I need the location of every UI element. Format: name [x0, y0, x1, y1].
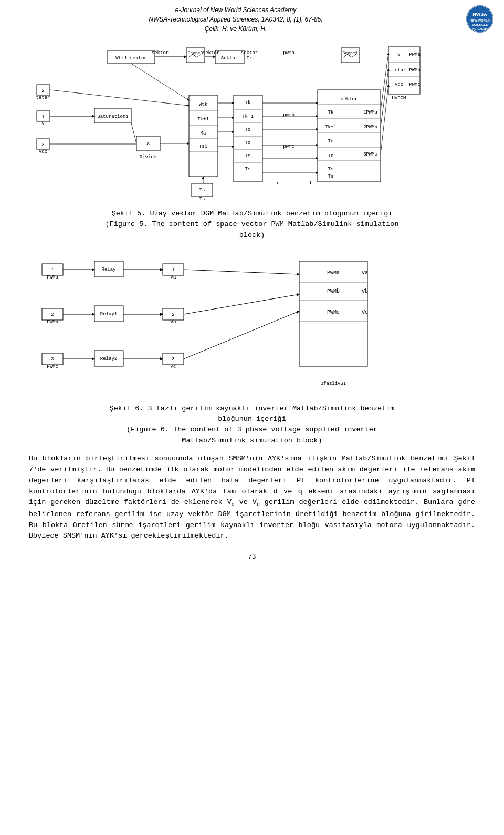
svg-text:To: To: [328, 153, 334, 159]
svg-text:V: V: [41, 121, 45, 127]
svg-text:3: 3: [51, 357, 54, 362]
svg-text:Vb: Vb: [362, 288, 368, 294]
figure5-diagram: Wtk1 sektor Scope8 sektor Sektor: [29, 43, 475, 205]
svg-text:Wtk1 sektor: Wtk1 sektor: [116, 56, 146, 61]
svg-text:2: 2: [172, 312, 174, 317]
svg-text:To: To: [328, 139, 334, 144]
svg-text:Vc: Vc: [171, 364, 176, 369]
page-number: 73: [29, 552, 475, 560]
page-container: e-Journal of New World Sciences Academy …: [0, 0, 504, 835]
figure5-caption-line2: (Figure 5. The content of space vector P…: [29, 219, 475, 230]
svg-text:c: c: [277, 181, 279, 186]
svg-text:pwmb: pwmb: [283, 112, 295, 118]
header-text: e-Journal of New World Sciences Academy …: [10, 5, 461, 34]
svg-text:pwmc: pwmc: [283, 144, 295, 149]
main-content: Wtk1 sektor Scope8 sektor Sektor: [0, 37, 504, 571]
page-header: e-Journal of New World Sciences Academy …: [0, 0, 504, 37]
svg-text:2: 2: [51, 312, 54, 317]
svg-text:PWMb: PWMb: [409, 68, 421, 73]
body-paragraph: Bu blokların birleştirilmesi sonucunda o…: [29, 453, 475, 542]
svg-text:sektor: sektor: [241, 50, 258, 56]
svg-text:PWMb: PWMb: [366, 125, 377, 130]
svg-text:×: ×: [146, 140, 150, 148]
svg-text:Tk: Tk: [328, 110, 334, 115]
svg-text:Ma: Ma: [201, 131, 206, 136]
logo-circle: NWSA NEW WORLD SCIENCES ACADEMY: [466, 5, 494, 33]
svg-text:PWMa: PWMa: [409, 52, 421, 57]
svg-text:pwma: pwma: [283, 50, 295, 56]
svg-text:To: To: [245, 127, 251, 132]
header-line3: Çelik, H. ve Kürüm, H.: [10, 24, 461, 34]
svg-text:SCIENCES: SCIENCES: [472, 23, 488, 26]
svg-text:Tk: Tk: [247, 56, 253, 61]
header-line2: NWSA-Technological Applied Sciences, 1A0…: [10, 15, 461, 24]
svg-text:3fazliVSI: 3fazliVSI: [321, 381, 346, 386]
figure5-svg: Wtk1 sektor Scope8 sektor Sektor: [32, 43, 472, 205]
svg-text:sektor: sektor: [203, 50, 219, 56]
svg-text:NWSA: NWSA: [472, 12, 487, 17]
figure5-caption-line3: block): [29, 230, 475, 241]
subscript-q: q: [257, 502, 260, 508]
header-line1: e-Journal of New World Sciences Academy: [10, 5, 461, 15]
svg-text:1: 1: [41, 115, 44, 120]
svg-text:d: d: [308, 181, 311, 186]
svg-text:Ts: Ts: [200, 197, 205, 202]
figure6-caption-line4: Matlab/Simulink simulation block): [29, 436, 475, 446]
svg-text:Vb: Vb: [171, 319, 176, 325]
svg-text:NEW WORLD: NEW WORLD: [470, 19, 490, 22]
svg-text:PWMb: PWMb: [327, 288, 340, 294]
svg-text:V: V: [397, 52, 401, 57]
svg-text:PWMa: PWMa: [366, 110, 377, 115]
svg-text:2: 2: [41, 88, 44, 94]
svg-text:Ts: Ts: [328, 167, 334, 172]
figure6-caption: Şekil 6. 3 fazlı gerilim kaynaklı invert…: [29, 404, 475, 446]
svg-text:PWMc: PWMc: [409, 82, 421, 87]
svg-text:1: 1: [51, 267, 54, 273]
svg-text:Ts: Ts: [200, 188, 205, 193]
subscript-d: d: [232, 502, 235, 508]
svg-text:tetar: tetar: [36, 95, 50, 100]
svg-text:Ts: Ts: [328, 174, 334, 179]
svg-text:Va: Va: [171, 275, 176, 280]
svg-text:ACADEMY: ACADEMY: [472, 27, 488, 30]
body-text: Bu blokların birleştirilmesi sonucunda o…: [29, 453, 475, 542]
figure6-diagram: 1 PWMa Relay 1 Va 2 PWMb Relay1: [29, 248, 475, 400]
period: .: [415, 498, 419, 506]
svg-text:Ts: Ts: [245, 167, 251, 172]
svg-text:Va: Va: [362, 270, 368, 276]
figure5-caption: Şekil 5. Uzay vektör DGM Matlab/Simulink…: [29, 209, 475, 241]
svg-rect-75: [318, 90, 381, 182]
svg-text:3: 3: [41, 142, 44, 148]
svg-text:PWMc: PWMc: [47, 364, 58, 369]
nwsa-logo: NWSA NEW WORLD SCIENCES ACADEMY: [466, 5, 494, 33]
figure6-caption-line1: Şekil 6. 3 fazlı gerilim kaynaklı invert…: [29, 404, 475, 414]
svg-text:Ts1: Ts1: [199, 144, 207, 149]
svg-text:PWMa: PWMa: [47, 275, 58, 280]
svg-text:Relay1: Relay1: [100, 312, 117, 317]
svg-text:PWMc: PWMc: [327, 310, 340, 315]
svg-text:Divide: Divide: [140, 154, 156, 160]
svg-text:Tk+1: Tk+1: [242, 114, 254, 119]
svg-text:sektor: sektor: [341, 97, 358, 102]
svg-text:tetar: tetar: [392, 68, 406, 73]
svg-text:UVDGM: UVDGM: [392, 96, 406, 101]
svg-text:Saturation1: Saturation1: [97, 114, 128, 119]
figure6-svg: 1 PWMa Relay 1 Va 2 PWMb Relay1: [37, 248, 467, 400]
figure5-svg-wrapper: Wtk1 sektor Scope8 sektor Sektor: [29, 43, 475, 205]
svg-text:Relay: Relay: [101, 267, 116, 272]
svg-text:1: 1: [172, 267, 174, 273]
svg-text:Wtk: Wtk: [199, 102, 207, 107]
figure5-caption-line1: Şekil 5. Uzay vektör DGM Matlab/Simulink…: [29, 209, 475, 219]
svg-text:sektor: sektor: [152, 50, 169, 56]
svg-text:Ts: Ts: [245, 153, 251, 159]
svg-text:Tk: Tk: [245, 100, 251, 106]
svg-text:3: 3: [172, 357, 174, 362]
figure6-caption-line3: (Figure 6. The content of 3 phase voltag…: [29, 425, 475, 435]
svg-text:PWMa: PWMa: [327, 270, 340, 276]
svg-text:Tk+1: Tk+1: [197, 117, 209, 122]
svg-text:PWMb: PWMb: [47, 319, 58, 325]
svg-text:Sektor: Sektor: [221, 56, 238, 61]
svg-text:Tk+1: Tk+1: [325, 125, 337, 130]
figure6-caption-line2: bloğunun içeriği: [29, 414, 475, 425]
svg-text:To: To: [245, 140, 251, 146]
